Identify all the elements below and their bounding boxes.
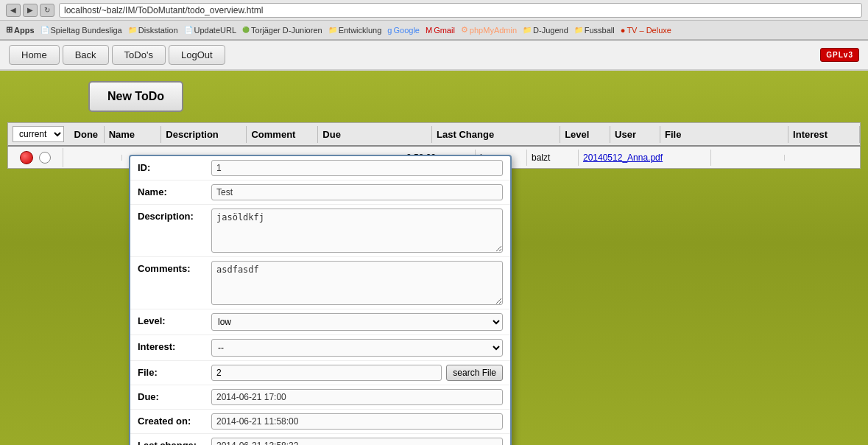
last-change-label: Last change: [138, 438, 211, 445]
th-done: Done [68, 126, 105, 143]
due-input[interactable] [211, 389, 503, 405]
row-interest [711, 155, 785, 161]
filter-select[interactable]: current all done [13, 126, 64, 142]
form-name-row: Name: [130, 181, 510, 205]
form-last-change-row: Last change: [130, 434, 510, 445]
bookmark-torjaeger[interactable]: Torjäger D-Junioren [242, 26, 322, 35]
bookmark-diskstation[interactable]: Diskstation [128, 26, 178, 35]
interest-label: Interest: [138, 339, 211, 352]
row-user: balzt [527, 150, 579, 166]
last-change-input[interactable] [211, 438, 503, 445]
th-description: Description [161, 126, 247, 143]
bookmarks-bar: ⊞ Apps Spieltag Bundesliga Diskstation U… [0, 21, 868, 40]
reload-button[interactable]: ↻ [40, 4, 54, 17]
form-level-row: Level: low medium high [130, 309, 510, 335]
id-input[interactable] [211, 160, 503, 176]
file-label: File: [138, 365, 211, 378]
row-icons [8, 148, 63, 167]
due-label: Due: [138, 389, 211, 402]
created-on-input[interactable] [211, 413, 503, 430]
th-name: Name [105, 126, 162, 143]
th-user: User [610, 126, 660, 143]
th-file: File [660, 126, 788, 143]
comments-textarea[interactable] [211, 261, 503, 305]
row-file: 20140512_Anna.pdf [579, 150, 711, 166]
new-todo-button[interactable]: New ToDo [88, 81, 183, 112]
bookmark-updateurl[interactable]: UpdateURL [184, 26, 236, 35]
id-label: ID: [138, 160, 211, 173]
level-select[interactable]: low medium high [211, 313, 503, 331]
level-label: Level: [138, 313, 211, 326]
description-textarea[interactable] [211, 209, 503, 253]
bookmark-apps[interactable]: ⊞ Apps [6, 25, 35, 35]
form-comments-row: Comments: [130, 257, 510, 309]
edit-form: ID: Name: Description: Comments: Level: … [129, 155, 512, 445]
app-body: Home Back ToDo's LogOut GPLv3 New ToDo c… [0, 41, 868, 445]
bookmark-fussball[interactable]: Fussball [574, 26, 615, 35]
file-input[interactable] [211, 365, 442, 381]
form-interest-row: Interest: -- low medium high [130, 335, 510, 361]
gplv3-badge: GPLv3 [820, 48, 859, 62]
forward-button[interactable]: ▶ [23, 4, 38, 17]
search-file-button[interactable]: search File [446, 365, 503, 381]
browser-titlebar: ◀ ▶ ↻ localhost/~balz/IM/ToDoMutant/todo… [0, 0, 868, 21]
radio-button[interactable] [39, 152, 51, 164]
bookmark-entwicklung[interactable]: Entwicklung [328, 26, 382, 35]
logout-button[interactable]: LogOut [169, 45, 225, 65]
form-description-row: Description: [130, 205, 510, 257]
form-created-row: Created on: [130, 410, 510, 434]
bookmark-google[interactable]: g Google [387, 26, 420, 35]
bookmark-tv-deluxe[interactable]: ● TV – Deluxe [621, 26, 671, 35]
file-link[interactable]: 20140512_Anna.pdf [583, 153, 663, 163]
comments-label: Comments: [138, 261, 211, 274]
name-label: Name: [138, 184, 211, 197]
th-level: Level [560, 126, 610, 143]
top-nav: Home Back ToDo's LogOut GPLv3 [0, 41, 868, 71]
description-label: Description: [138, 209, 211, 222]
todos-button[interactable]: ToDo's [112, 45, 166, 65]
created-on-label: Created on: [138, 413, 211, 427]
interest-select[interactable]: -- low medium high [211, 339, 503, 357]
home-button[interactable]: Home [9, 45, 60, 65]
th-last-change: Last Change [432, 126, 560, 143]
back-nav-button[interactable]: Back [63, 45, 109, 65]
back-button[interactable]: ◀ [6, 4, 21, 17]
red-circle-icon[interactable] [20, 151, 33, 164]
browser-chrome: ◀ ▶ ↻ localhost/~balz/IM/ToDoMutant/todo… [0, 0, 868, 41]
row-name [63, 155, 122, 161]
table-header: current all done Done Name Description C… [7, 122, 861, 147]
bookmark-djugend[interactable]: D-Jugend [523, 26, 568, 35]
th-due: Due [318, 126, 432, 143]
form-file-row: File: search File [130, 361, 510, 385]
browser-nav-buttons: ◀ ▶ ↻ [6, 4, 54, 17]
url-bar[interactable]: localhost/~balz/IM/ToDoMutant/todo_overv… [59, 3, 862, 18]
bookmark-spieltag[interactable]: Spieltag Bundesliga [40, 26, 122, 35]
form-id-row: ID: [130, 156, 510, 181]
th-interest: Interest [788, 126, 860, 143]
th-comment: Comment [247, 126, 318, 143]
bookmark-gmail[interactable]: M Gmail [426, 26, 455, 35]
form-due-row: Due: [130, 385, 510, 410]
file-row-content: search File [211, 365, 503, 381]
name-input[interactable] [211, 184, 503, 200]
bookmark-phpmyadmin[interactable]: ⚙ phpMyAdmin [461, 25, 517, 35]
